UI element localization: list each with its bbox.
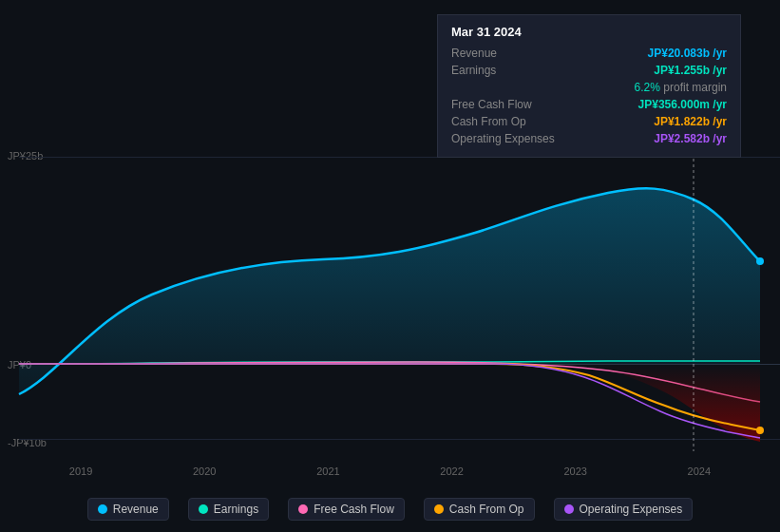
revenue-dot (756, 257, 764, 265)
legend-label-earnings: Earnings (214, 503, 258, 516)
legend-label-cashfromop: Cash From Op (449, 503, 524, 516)
x-label-2021: 2021 (316, 466, 339, 477)
tooltip-row-revenue: Revenue JP¥20.083b /yr (451, 45, 727, 62)
legend-dot-opex (564, 504, 574, 514)
value-revenue: JP¥20.083b /yr (648, 47, 727, 60)
label-fcf: Free Cash Flow (451, 98, 565, 111)
x-label-2020: 2020 (193, 466, 216, 477)
legend-revenue[interactable]: Revenue (87, 498, 169, 521)
tooltip-row-earnings: Earnings JP¥1.255b /yr (451, 62, 727, 79)
tooltip-row-opex: Operating Expenses JP¥2.582b /yr (451, 130, 727, 147)
value-cashfromop: JP¥1.822b /yr (654, 115, 727, 128)
x-label-2022: 2022 (440, 466, 463, 477)
legend-label-opex: Operating Expenses (580, 503, 683, 516)
legend-dot-revenue (98, 504, 107, 514)
legend-fcf[interactable]: Free Cash Flow (288, 498, 405, 521)
tooltip-row-fcf: Free Cash Flow JP¥356.000m /yr (451, 96, 727, 113)
value-opex: JP¥2.582b /yr (654, 132, 727, 145)
x-label-2024: 2024 (688, 466, 711, 477)
legend: Revenue Earnings Free Cash Flow Cash Fro… (0, 498, 780, 521)
value-fcf: JP¥356.000m /yr (638, 98, 727, 111)
label-opex: Operating Expenses (451, 132, 565, 145)
legend-dot-earnings (199, 504, 208, 514)
legend-cashfromop[interactable]: Cash From Op (424, 498, 535, 521)
tooltip-row-cashfromop: Cash From Op JP¥1.822b /yr (451, 113, 727, 130)
legend-label-revenue: Revenue (113, 503, 159, 516)
value-earnings: JP¥1.255b /yr (654, 64, 727, 77)
tooltip-box: Mar 31 2024 Revenue JP¥20.083b /yr Earni… (437, 14, 741, 158)
x-label-2019: 2019 (69, 466, 92, 477)
legend-dot-cashfromop (434, 504, 444, 514)
chart-container: Mar 31 2024 Revenue JP¥20.083b /yr Earni… (0, 0, 780, 532)
legend-opex[interactable]: Operating Expenses (554, 498, 694, 521)
legend-earnings[interactable]: Earnings (188, 498, 269, 521)
x-labels: 2019 2020 2021 2022 2023 2024 (0, 466, 780, 477)
value-margin: 6.2% profit margin (631, 81, 727, 94)
label-earnings: Earnings (451, 64, 565, 77)
tooltip-date: Mar 31 2024 (451, 25, 727, 39)
legend-label-fcf: Free Cash Flow (314, 503, 394, 516)
label-revenue: Revenue (451, 47, 565, 60)
x-label-2023: 2023 (563, 466, 586, 477)
tooltip-row-margin: 6.2% profit margin (451, 79, 727, 96)
cashfromop-dot (756, 427, 764, 434)
label-cashfromop: Cash From Op (451, 115, 565, 128)
legend-dot-fcf (298, 504, 308, 514)
chart-svg (0, 147, 780, 451)
